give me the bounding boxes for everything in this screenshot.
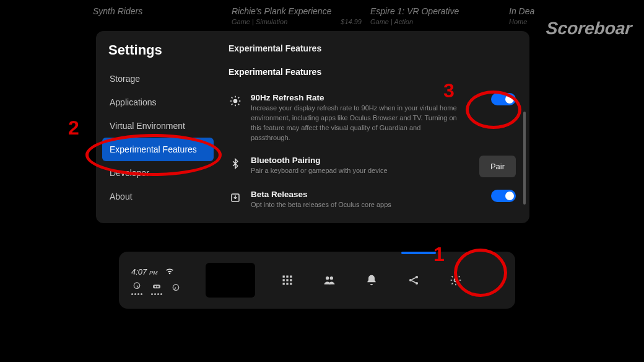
clock: 4:07 PM [131, 267, 157, 276]
settings-sidebar: Settings Storage Applications Virtual En… [96, 31, 220, 223]
svg-rect-17 [290, 276, 292, 278]
svg-line-5 [232, 97, 233, 99]
store-card-meta: Game | Simulation $14.99 [232, 18, 362, 25]
svg-point-0 [233, 99, 238, 104]
svg-rect-16 [286, 276, 288, 278]
svg-rect-22 [286, 283, 288, 285]
svg-point-12 [155, 286, 157, 288]
svg-point-25 [330, 276, 333, 280]
store-card-meta: Game | Action [370, 18, 500, 25]
sidebar-item-experimental-features[interactable]: Experimental Features [102, 138, 214, 161]
system-dock: 4:07 PM [119, 252, 515, 309]
beta-toggle[interactable] [491, 190, 516, 202]
row-bluetooth: Bluetooth Pairing Pair a keyboard or gam… [228, 149, 516, 183]
pair-button[interactable]: Pair [479, 156, 516, 177]
scrollbar[interactable] [523, 112, 526, 205]
row-refresh-rate: 90Hz Refresh Rate Increase your display … [228, 87, 516, 149]
profile-tile[interactable] [206, 263, 255, 298]
svg-line-8 [238, 97, 240, 99]
store-card-title: In Dea [509, 6, 559, 16]
svg-point-13 [157, 286, 159, 288]
breadcrumb: Experimental Features [228, 43, 516, 53]
row-desc: Increase your display refresh rate to 90… [251, 104, 461, 143]
people-icon[interactable] [322, 273, 337, 288]
store-card-title: Synth Riders [93, 6, 223, 16]
svg-line-6 [238, 104, 240, 105]
sidebar-item-developer[interactable]: Developer [102, 161, 214, 185]
svg-rect-23 [290, 283, 292, 285]
wifi-icon [165, 266, 175, 278]
settings-panel: Settings Storage Applications Virtual En… [96, 31, 529, 223]
svg-rect-20 [290, 279, 292, 281]
notifications-icon[interactable] [364, 273, 379, 288]
svg-line-7 [232, 104, 233, 105]
bluetooth-icon [228, 157, 242, 170]
store-card-title: Espire 1: VR Operative [370, 6, 500, 16]
sidebar-item-applications[interactable]: Applications [102, 90, 214, 114]
svg-rect-18 [283, 279, 285, 281]
svg-point-24 [326, 276, 329, 280]
dock-active-indicator [401, 252, 436, 254]
scoreboard-text: Scoreboar [545, 19, 632, 38]
row-title: Bluetooth Pairing [251, 156, 471, 165]
right-controller-icon [171, 283, 181, 293]
left-controller-icon [131, 281, 142, 295]
settings-content: Experimental Features Experimental Featu… [220, 31, 529, 223]
sidebar-item-storage[interactable]: Storage [102, 67, 214, 90]
sidebar-item-about[interactable]: About [102, 185, 214, 208]
download-icon [228, 191, 242, 205]
svg-point-29 [455, 279, 458, 282]
row-desc: Pair a keyboard or gamepad with your dev… [251, 166, 461, 176]
svg-rect-15 [283, 276, 285, 278]
refresh-rate-toggle[interactable] [491, 93, 516, 105]
dock-status: 4:07 PM [131, 266, 193, 295]
row-beta: Beta Releases Opt into the beta releases… [228, 183, 516, 216]
apps-icon[interactable] [280, 273, 295, 288]
annotation-number-3: 3 [443, 79, 455, 102]
store-card-title: Richie's Plank Experience [232, 6, 362, 16]
svg-rect-21 [283, 283, 285, 285]
settings-icon[interactable] [448, 273, 463, 288]
svg-rect-11 [153, 285, 160, 288]
share-icon[interactable] [406, 273, 421, 288]
brightness-icon [228, 94, 242, 108]
section-title: Experimental Features [228, 67, 516, 77]
sidebar-item-virtual-environment[interactable]: Virtual Environment [102, 114, 214, 138]
svg-rect-19 [286, 279, 288, 281]
settings-title: Settings [102, 42, 214, 67]
annotation-number-1: 1 [433, 243, 445, 266]
row-title: Beta Releases [251, 190, 482, 199]
headset-icon [151, 281, 162, 295]
row-desc: Opt into the beta releases of Oculus cor… [251, 200, 461, 210]
annotation-number-2: 2 [68, 117, 79, 139]
